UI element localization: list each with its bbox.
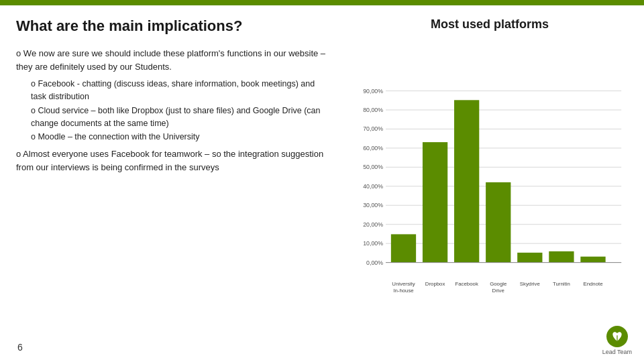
svg-rect-30 xyxy=(517,253,542,263)
bar-turnitin: Turnitin xyxy=(549,251,574,287)
sub-bullet-2: o Cloud service – both like Dropbox (jus… xyxy=(16,105,331,130)
bar-skydrive: Skydrive xyxy=(517,253,542,287)
bullet-2-text: o Almost everyone uses Facebook for team… xyxy=(16,147,331,174)
svg-text:60,00%: 60,00% xyxy=(363,145,383,152)
main-content: What are the main implications? o We now… xyxy=(0,5,644,362)
svg-text:Endnote: Endnote xyxy=(583,281,602,287)
logo-circle xyxy=(606,326,628,347)
svg-rect-27 xyxy=(486,182,511,263)
page-number: 6 xyxy=(17,342,23,353)
sub-bullets-section: o Facebook - chatting (discuss ideas, sh… xyxy=(16,78,331,143)
svg-text:0,00%: 0,00% xyxy=(366,259,383,266)
svg-text:80,00%: 80,00% xyxy=(363,107,383,113)
svg-text:50,00%: 50,00% xyxy=(363,164,383,170)
sub-bullet-1: o Facebook - chatting (discuss ideas, sh… xyxy=(16,78,331,103)
svg-text:10,00%: 10,00% xyxy=(363,240,383,247)
page-title: What are the main implications? xyxy=(16,17,331,35)
logo-area: Lead Team xyxy=(602,326,632,355)
logo-icon xyxy=(610,330,624,343)
svg-text:Skydrive: Skydrive xyxy=(520,281,540,287)
svg-text:Turnitin: Turnitin xyxy=(553,281,570,287)
svg-rect-23 xyxy=(423,142,447,263)
svg-text:20,00%: 20,00% xyxy=(363,221,383,228)
svg-text:University: University xyxy=(392,281,415,287)
svg-rect-20 xyxy=(391,234,416,262)
svg-text:Dropbox: Dropbox xyxy=(425,281,445,287)
bar-facebook: Facebook xyxy=(454,100,479,287)
bar-university: University In-house xyxy=(391,234,416,293)
bullet-2-section: o Almost everyone uses Facebook for team… xyxy=(16,147,331,174)
svg-text:30,00%: 30,00% xyxy=(363,202,383,208)
sub-bullet-3: o Moodle – the connection with the Unive… xyxy=(16,131,331,143)
svg-text:Facebook: Facebook xyxy=(455,281,478,287)
bar-chart: 0,00% 10,00% 20,00% 30,00% 40,00% 50,00%… xyxy=(352,38,628,355)
svg-text:In-house: In-house xyxy=(393,288,413,294)
svg-rect-32 xyxy=(549,251,574,263)
svg-text:Drive: Drive xyxy=(492,288,504,294)
bar-google-drive: Google Drive xyxy=(486,182,511,294)
bar-dropbox: Dropbox xyxy=(423,142,447,287)
logo-text: Lead Team xyxy=(602,349,632,355)
bullet-1-section: o We now are sure we should include thes… xyxy=(16,47,331,74)
left-panel: What are the main implications? o We now… xyxy=(16,17,345,355)
chart-title: Most used platforms xyxy=(431,17,549,32)
top-bar xyxy=(0,0,644,5)
svg-text:40,00%: 40,00% xyxy=(363,183,383,190)
svg-text:70,00%: 70,00% xyxy=(363,125,383,132)
svg-text:Google: Google xyxy=(490,281,506,287)
chart-container: 0,00% 10,00% 20,00% 30,00% 40,00% 50,00%… xyxy=(352,38,628,355)
svg-text:90,00%: 90,00% xyxy=(363,88,383,95)
right-panel: Most used platforms xyxy=(345,17,628,355)
svg-rect-25 xyxy=(454,100,479,262)
bullet-1-text: o We now are sure we should include thes… xyxy=(16,47,331,74)
bar-endnote: Endnote xyxy=(580,257,605,287)
svg-rect-34 xyxy=(580,257,605,263)
